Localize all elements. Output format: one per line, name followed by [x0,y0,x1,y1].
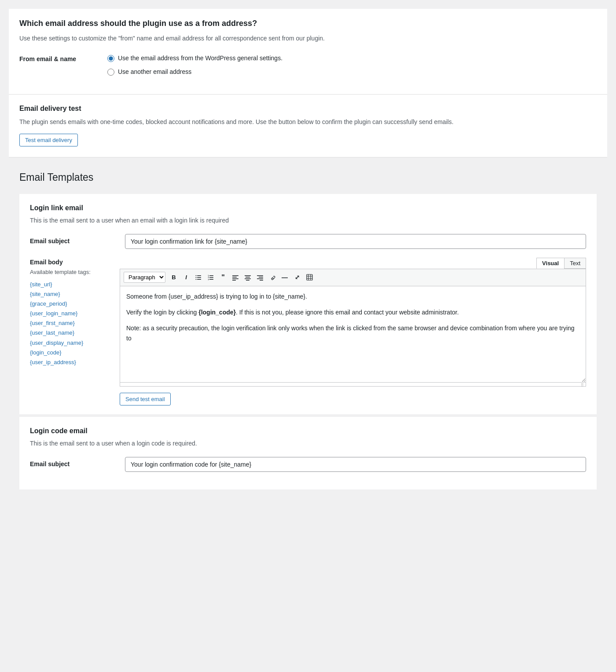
tag-user-last-name: {user_last_name} [30,328,109,338]
svg-rect-20 [257,275,263,276]
tab-visual[interactable]: Visual [536,258,564,269]
tag-user-first-name: {user_first_name} [30,318,109,328]
toolbar-italic-button[interactable]: I [180,272,192,283]
radio-another-email-label: Use another email address [118,67,191,77]
from-address-section: Which email address should the plugin us… [9,9,607,94]
login-link-subject-input[interactable] [125,234,586,249]
email-delivery-section: Email delivery test The plugin sends ema… [9,95,607,157]
tag-user-display-name: {user_display_name} [30,338,109,348]
email-delivery-description: The plugin sends emails with one-time co… [19,117,597,127]
svg-rect-8 [209,279,213,280]
login-link-editor-body[interactable]: Someone from {user_ip_address} is trying… [120,286,586,383]
toolbar-horizontal-button[interactable]: — [279,272,290,283]
svg-rect-0 [197,275,201,276]
login-link-email-block: Login link email This is the email sent … [19,194,597,414]
login-code-email-block: Login code email This is the email sent … [19,417,597,489]
svg-text:3: 3 [208,278,209,280]
toolbar-align-center-button[interactable] [242,272,253,283]
toolbar-link-button[interactable] [267,272,278,283]
template-tags-list: {site_url} {site_name} {grace_period} {u… [30,280,109,367]
toolbar-align-left-button[interactable] [230,272,241,283]
login-code-bold: {login_code} [198,309,236,316]
available-tags-label: Available template tags: [30,268,109,277]
svg-rect-21 [259,277,263,278]
tag-login-code: {login_code} [30,348,109,358]
svg-rect-7 [209,277,213,278]
editor-tabs: Visual Text [120,258,586,269]
tag-site-name: {site_name} [30,289,109,299]
svg-rect-18 [245,278,251,279]
email-templates-heading: Email Templates [19,170,597,185]
login-link-subject-label: Email subject [30,237,118,246]
radio-option-wp-settings[interactable]: Use the email address from the WordPress… [107,54,597,63]
svg-rect-24 [307,274,312,280]
editor-paragraph-1: Someone from {user_ip_address} is trying… [126,292,579,301]
login-code-subject-label: Email subject [30,460,118,469]
svg-rect-23 [260,280,263,281]
svg-rect-22 [257,278,263,279]
svg-point-4 [196,277,197,278]
send-test-email-button[interactable]: Send test email [120,393,171,405]
login-code-subject-input[interactable] [125,457,586,472]
toolbar-blockquote-button[interactable]: " [217,272,229,283]
test-email-delivery-button[interactable]: Test email delivery [19,134,78,146]
toolbar-bold-button[interactable]: B [168,272,180,283]
paragraph-select[interactable]: Paragraph [124,272,165,283]
svg-rect-1 [197,277,201,278]
email-templates-section: Email Templates Login link email This is… [9,157,607,489]
login-code-description: This is the email sent to a user when a … [30,439,586,448]
editor-paragraph-3: Note: as a security precaution, the logi… [126,323,579,343]
tab-text[interactable]: Text [564,258,586,269]
radio-option-another-email[interactable]: Use another email address [107,67,597,77]
radio-another-email-input[interactable] [107,69,114,76]
login-link-subject-row: Email subject [30,234,586,249]
radio-wp-settings-input[interactable] [107,55,114,62]
toolbar-align-right-button[interactable] [254,272,266,283]
login-link-body-label: Email body [30,258,109,267]
login-link-editor-container: Visual Text Paragraph B I [120,258,586,405]
svg-rect-6 [209,275,213,276]
svg-rect-19 [246,280,249,281]
login-code-title: Login code email [30,426,586,436]
editor-paragraph-2: Verify the login by clicking {login_code… [126,307,579,317]
login-link-body-section: Email body Available template tags: {sit… [30,258,586,405]
radio-wp-settings-label: Use the email address from the WordPress… [118,54,282,63]
login-link-description: This is the email sent to a user when an… [30,216,586,225]
svg-rect-17 [246,277,250,278]
email-delivery-title: Email delivery test [19,103,597,114]
svg-rect-13 [232,277,237,278]
from-address-question: Which email address should the plugin us… [19,18,597,29]
toolbar-ol-button[interactable]: 1 2 3 [205,272,216,283]
tag-grace-period: {grace_period} [30,299,109,309]
send-test-email-container: Send test email [120,393,586,405]
tag-user-ip-address: {user_ip_address} [30,358,109,367]
tag-user-login-name: {user_login_name} [30,309,109,318]
login-link-title: Login link email [30,203,586,213]
svg-rect-12 [232,275,238,276]
svg-point-5 [196,279,197,280]
login-link-body-sidebar: Email body Available template tags: {sit… [30,258,109,405]
from-email-options: Use the email address from the WordPress… [107,54,597,77]
from-address-description: Use these settings to customize the "fro… [19,34,597,43]
editor-resize-handle[interactable]: ⣿ [120,383,586,387]
from-email-row: From email & name Use the email address … [19,54,597,77]
toolbar-ul-button[interactable] [193,272,204,283]
editor-toolbar: Paragraph B I [120,269,586,286]
login-code-subject-row: Email subject [30,457,586,472]
tag-site-url: {site_url} [30,280,109,289]
toolbar-table-button[interactable] [304,272,315,283]
template-spacer [19,415,597,416]
svg-rect-14 [232,278,238,279]
toolbar-fullscreen-button[interactable]: ⤢ [291,272,303,283]
svg-point-3 [196,275,197,276]
svg-rect-16 [245,275,251,276]
svg-rect-15 [232,280,236,281]
from-email-label: From email & name [19,54,107,64]
svg-rect-2 [197,279,201,280]
